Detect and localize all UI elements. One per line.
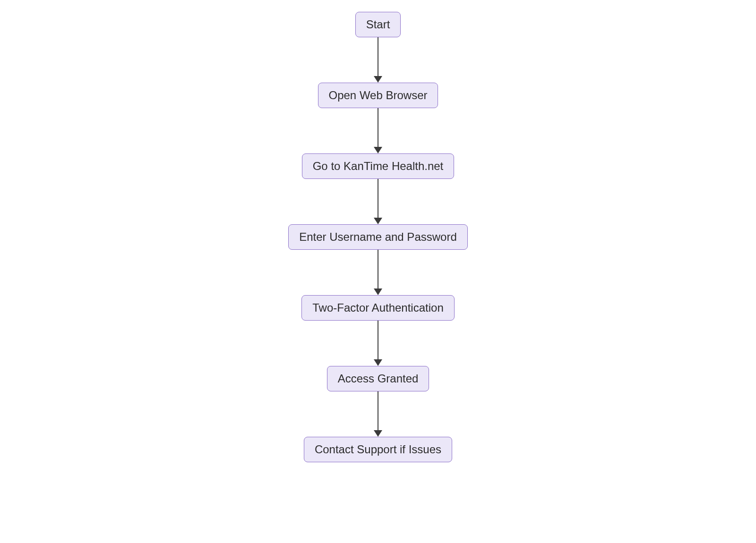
- arrow-down-icon: [374, 37, 382, 83]
- arrow-down-icon: [374, 108, 382, 153]
- flowchart-node-two-factor: Two-Factor Authentication: [301, 295, 454, 321]
- flowchart-node-open-browser: Open Web Browser: [318, 83, 438, 108]
- flowchart-node-start: Start: [355, 12, 401, 37]
- arrow-down-icon: [374, 391, 382, 437]
- arrow-down-icon: [374, 321, 382, 366]
- arrow-down-icon: [374, 179, 382, 224]
- flowchart-node-go-to-site: Go to KanTime Health.net: [302, 153, 455, 179]
- flowchart-node-contact-support: Contact Support if Issues: [304, 437, 452, 462]
- flowchart-container: Start Open Web Browser Go to KanTime Hea…: [288, 12, 468, 462]
- flowchart-node-enter-credentials: Enter Username and Password: [288, 224, 468, 250]
- flowchart-node-access-granted: Access Granted: [327, 366, 430, 391]
- arrow-down-icon: [374, 250, 382, 295]
